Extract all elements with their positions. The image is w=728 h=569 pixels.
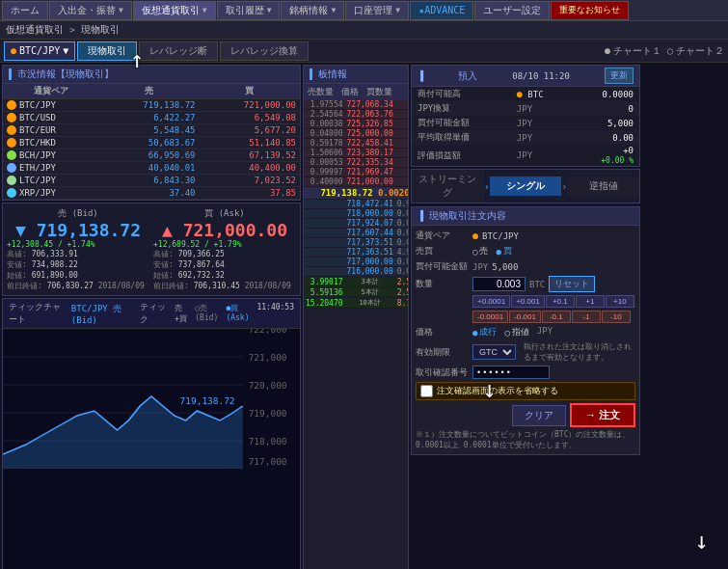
order-button[interactable]: → 注文 (570, 403, 635, 427)
deposit-available-label: 商付可能高 (412, 87, 511, 101)
qty-input[interactable] (472, 277, 526, 291)
pnl-label: 評価損益額 (412, 145, 511, 166)
market-table-row[interactable]: BTC/JPY 719,138.72 721,000.00 (3, 99, 300, 112)
board-bid-row: 717,373.510.00037 (304, 238, 409, 248)
skip-confirm-row: 注文確認画面の表示を省略する (416, 382, 635, 400)
board-ask-row: 0.00053722,335.34 (304, 158, 409, 168)
nav-advance[interactable]: ★ADVANCE (410, 1, 473, 20)
bid-change: +12,308.45 / +1.74% (7, 240, 149, 249)
skip-confirm-checkbox[interactable] (420, 385, 433, 397)
market-table-row[interactable]: BTC/HKD 50,683.67 51,140.85 (3, 137, 300, 149)
qty-minus-001[interactable]: -0.001 (509, 311, 541, 323)
ask-price-large: ▲ 721,000.00 (153, 220, 296, 240)
sell-radio[interactable]: ○ 売 (472, 245, 488, 257)
chart-time: 11:40:53 (256, 303, 294, 324)
nav-crypto[interactable]: 仮想通貨取引 ▼ (133, 1, 216, 20)
deposit-update-button[interactable]: 更新 (605, 68, 634, 84)
svg-text:721,000: 721,000 (249, 354, 287, 363)
streaming-tab[interactable]: ストリーミング (412, 170, 484, 203)
market-order-label: 成行 (479, 326, 497, 339)
nav-account-arrow: ▼ (395, 6, 400, 14)
legend-sell-buy: 売+買 (175, 303, 187, 324)
board-summary-row: 3.990173本計2.58206 (304, 277, 409, 287)
sub-navigation: ● BTC/JPY ▼ 現物取引 レバレッジ断 レバレッジ換算 ● チャート１ … (0, 40, 728, 63)
deposit-buyable-row: 買付可能金額 JPY 5,000 (412, 116, 639, 130)
qty-minus-01[interactable]: -0.1 (542, 311, 571, 323)
nav-account[interactable]: 口座管理 ▼ (345, 1, 409, 20)
nav-symbols[interactable]: 銘柄情報 ▼ (281, 1, 344, 20)
market-table-row[interactable]: XRP/JPY 37.40 37.85 (3, 187, 300, 200)
nav-settings[interactable]: ユーザー設定 (474, 1, 550, 20)
btcjpy-price-detail: 売 (Bid) ▼ 719,138.72 +12,308.45 / +1.74%… (2, 203, 301, 296)
qty-reset-button[interactable]: リセット (549, 276, 595, 292)
validity-select[interactable]: GTC (472, 344, 516, 360)
nav-history-label: 取引履歴 (226, 4, 264, 17)
limit-order-radio[interactable]: ○ 指値 (504, 326, 528, 339)
nav-history[interactable]: 取引履歴 ▼ (217, 1, 281, 20)
market-info-section: 市況情報【現物取引】 通貨ペア 売 買 BTC/JPY 719,1 (2, 65, 301, 201)
qty-plus-0001[interactable]: +0.0001 (472, 295, 510, 308)
market-table-row[interactable]: LTC/JPY 6,843.30 7,023.52 (3, 175, 300, 187)
buyable-amount-value: 5,000 (492, 262, 518, 272)
deposit-avg-row: 平均取得単価 JPY 0.00 (412, 130, 639, 145)
pnl-currency: JPY (511, 145, 571, 166)
breadcrumb: 仮想通貨取引 ＞ 現物取引 (0, 21, 728, 40)
single-tab[interactable]: シングル (490, 176, 562, 196)
qty-plus-10[interactable]: +10 (606, 295, 634, 308)
tab-leverage-convert[interactable]: レバレッジ換算 (220, 41, 309, 61)
board-ask-row: 1.50606723,380.17 (304, 149, 409, 158)
deposit-header: ▐ 預入 08/10 11:20 更新 (412, 66, 639, 87)
ask-details: 高値: 709,366.25 安値: 737,867.64 始値: 692,73… (153, 249, 296, 291)
chart2-option[interactable]: ○ チャート２ (667, 44, 724, 58)
price-type-row: 価格 ● 成行 ○ 指値 JPY (416, 326, 635, 339)
market-order-radio[interactable]: ● 成行 (472, 326, 497, 339)
board-ask-row: 0.59178722,458.41 (304, 139, 409, 149)
market-table: 通貨ペア 売 買 BTC/JPY 719,138.72 721,000.00 B… (3, 84, 300, 200)
nav-history-arrow: ▼ (267, 6, 272, 14)
nav-home[interactable]: ホーム (2, 1, 48, 20)
qty-plus-1[interactable]: +1 (576, 295, 605, 308)
nav-transfers[interactable]: 入出金・振替 ▼ (49, 1, 132, 20)
breadcrumb-separator: ＞ (67, 23, 77, 37)
qty-plus-01[interactable]: +0.1 (546, 295, 575, 308)
deposit-title: 預入 (458, 69, 477, 83)
ask-label: 買 (Ask) (153, 207, 296, 220)
buyable-currency: JPY (511, 116, 571, 130)
chart1-radio-icon: ● (605, 45, 610, 56)
nav-settings-label: ユーザー設定 (483, 4, 541, 17)
currency-pair-selector[interactable]: ● BTC/JPY ▼ (4, 41, 75, 61)
limit-order-label: 指値 (512, 326, 529, 339)
market-table-row[interactable]: ETH/JPY 40,040.01 40,400.00 (3, 162, 300, 175)
qty-minus-0001[interactable]: -0.0001 (472, 311, 508, 323)
board-ask-row: 0.00038725,326.85 (304, 120, 409, 129)
nav-home-label: ホーム (11, 4, 40, 17)
breadcrumb-root: 仮想通貨取引 (6, 23, 64, 37)
board-summary-row: 5.591365本計2.58543 (304, 287, 409, 298)
market-table-row[interactable]: BCH/JPY 66,950.69 67,139.52 (3, 149, 300, 162)
market-table-row[interactable]: BTC/USD 6,422.27 6,549.08 (3, 112, 300, 124)
jpy-convert-label: JPY換算 (412, 101, 511, 116)
board-table: 1.97554727,068.34 2.54564722,063.76 0.00… (304, 100, 409, 309)
chart1-option[interactable]: ● チャート１ (605, 44, 661, 58)
deposit-pnl-row: 評価損益額 JPY +0+0.00 % (412, 145, 639, 166)
trade-pass-input[interactable] (472, 366, 550, 379)
currency-pair-label: 通貨ペア (416, 230, 469, 242)
tab-leverage-cut[interactable]: レバレッジ断 (139, 41, 218, 61)
clear-button[interactable]: クリア (512, 405, 566, 426)
buy-radio[interactable]: ● 買 (496, 245, 511, 257)
nav-important[interactable]: 重要なお知らせ (551, 1, 629, 20)
board-bid-row: 717,000.000.00200 (304, 257, 409, 267)
bid-section: 売 (Bid) ▼ 719,138.72 +12,308.45 / +1.74%… (7, 207, 149, 291)
avg-value: 0.00 (571, 130, 639, 145)
svg-text:720,000: 720,000 (249, 382, 287, 391)
legend-ask: ●買(Ask) (226, 303, 249, 324)
tab-spot-trading[interactable]: 現物取引 (77, 41, 137, 61)
board-header: 板情報 (304, 66, 408, 84)
qty-plus-001[interactable]: +0.001 (511, 295, 545, 308)
reverse-tab[interactable]: 逆指値 (567, 176, 639, 196)
order-button-label: 注文 (599, 409, 620, 420)
qty-minus-1[interactable]: -1 (572, 311, 601, 323)
qty-minus-10[interactable]: -10 (602, 311, 631, 323)
avg-price-label: 平均取得単価 (412, 130, 511, 145)
market-table-row[interactable]: BTC/EUR 5,548.45 5,677.20 (3, 124, 300, 137)
